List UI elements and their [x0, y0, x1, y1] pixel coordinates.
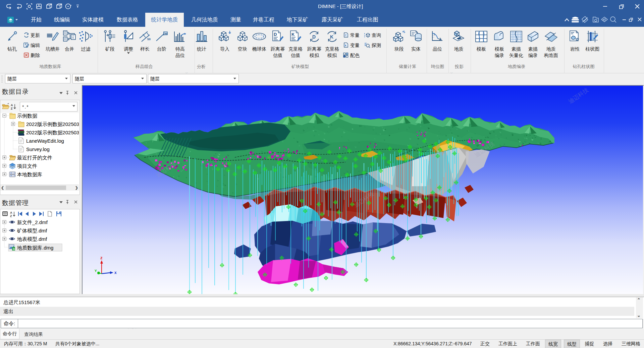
svg-text:A: A: [10, 211, 12, 214]
svg-text:C: C: [345, 33, 347, 37]
svg-text:X: X: [114, 271, 117, 275]
svg-text:Z: Z: [11, 107, 13, 110]
svg-text:Z: Z: [10, 214, 12, 218]
svg-text:40: 40: [165, 32, 167, 35]
svg-text:G: G: [13, 248, 15, 251]
svg-text:D: D: [312, 34, 316, 40]
svg-text:K: K: [330, 34, 333, 40]
svg-text:50: 50: [147, 38, 151, 41]
svg-text:A: A: [11, 103, 13, 107]
svg-text:Y: Y: [95, 269, 97, 273]
svg-text:Z: Z: [100, 256, 103, 260]
svg-text:K: K: [291, 32, 295, 37]
svg-text:D: D: [274, 32, 277, 37]
